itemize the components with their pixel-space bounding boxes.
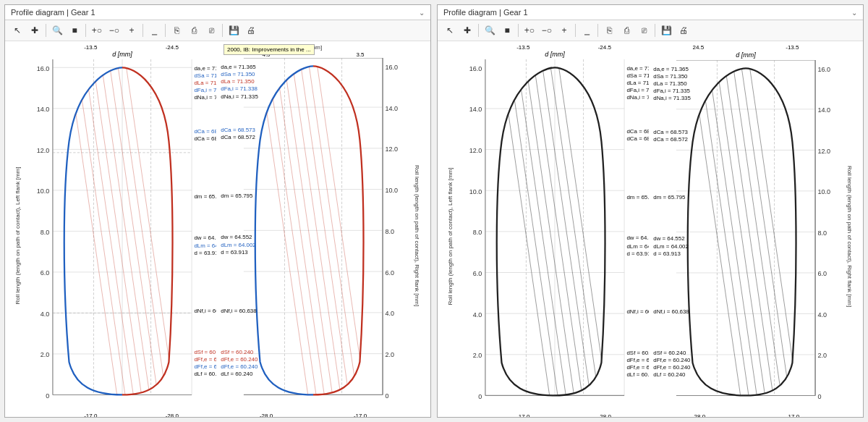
- left-panel-chevron[interactable]: ⌄: [419, 9, 425, 17]
- r-move-tool[interactable]: ✚: [459, 22, 475, 38]
- svg-text:0: 0: [478, 393, 482, 400]
- svg-text:0: 0: [46, 392, 49, 400]
- fa-tick-4: -17.0: [354, 413, 367, 417]
- rp-fa-tick-2: -28.0: [598, 413, 611, 417]
- right-toolbar: ↖ ✚ 🔍 ■ +○ −○ + ⎯ ⎘ ⎙ ⎚ 💾 🖨: [438, 20, 863, 41]
- r-zoom-out-tool[interactable]: −○: [539, 22, 555, 38]
- left-d-axis-top: -13.5 -24.5: [28, 44, 216, 51]
- r-copy1-tool[interactable]: ⎘: [601, 22, 617, 38]
- left-panel-title: Profile diagram | Gear 1: [11, 8, 95, 17]
- r-sep3: [575, 24, 576, 37]
- rp-left-y-axis-label: Roll length (length on path of contact),…: [448, 167, 454, 305]
- svg-text:dw = 64.552: dw = 64.552: [221, 234, 252, 240]
- svg-text:4.0: 4.0: [817, 311, 827, 318]
- svg-text:6.0: 6.0: [41, 269, 50, 277]
- svg-text:10.0: 10.0: [817, 188, 830, 195]
- r-print-tool[interactable]: 🖨: [676, 22, 692, 38]
- svg-text:dw = 64.552: dw = 64.552: [194, 235, 216, 241]
- rp-right-y-axis-label: Roll length (length on path of contact),…: [847, 165, 854, 306]
- copy3-tool[interactable]: ⎚: [203, 22, 219, 38]
- right-y-axis-label: Roll length (length on path of contact),…: [414, 165, 421, 306]
- fa-tick-1: -17.0: [84, 413, 97, 417]
- d-tick-4: 3.5: [356, 51, 364, 58]
- svg-text:dCa = 68.572: dCa = 68.572: [626, 135, 649, 142]
- zoom-out-tool[interactable]: −○: [106, 22, 122, 38]
- svg-text:14.0: 14.0: [469, 106, 482, 113]
- r-zoom-in-tool[interactable]: +○: [522, 22, 537, 38]
- cursor-tool[interactable]: ↖: [9, 22, 25, 38]
- r-sep5: [655, 24, 655, 37]
- r-adjust-tool[interactable]: ⎯: [579, 22, 595, 38]
- svg-text:dFa,i = 71.335: dFa,i = 71.335: [653, 88, 690, 94]
- right-chart-area: Roll length (length on path of contact),…: [438, 41, 863, 417]
- svg-text:dNf,i = 60.638: dNf,i = 60.638: [194, 308, 216, 314]
- svg-text:dw = 64.552: dw = 64.552: [653, 235, 684, 242]
- svg-text:dFf,e = 60.240: dFf,e = 60.240: [653, 357, 691, 363]
- svg-text:12.0: 12.0: [817, 148, 830, 155]
- r-measure-tool[interactable]: ■: [499, 22, 515, 38]
- svg-text:dFa,i = 71.338: dFa,i = 71.338: [221, 85, 258, 92]
- rp-left-fa-axis-bottom: -17.0 -28.0: [461, 413, 649, 417]
- r-copy2-tool[interactable]: ⎙: [618, 22, 634, 38]
- r-sep4: [597, 24, 598, 37]
- svg-text:dFa,i = 71.335: dFa,i = 71.335: [626, 87, 649, 93]
- fa-tick-3: -28.0: [260, 413, 273, 417]
- svg-text:dSa = 71.350: dSa = 71.350: [653, 73, 688, 80]
- left-y-axis-label: Roll length (length on path of contact),…: [15, 167, 22, 305]
- left-d-label: d [mm]: [28, 51, 216, 58]
- copy1-tool[interactable]: ⎘: [169, 22, 184, 38]
- zoom-in-tool[interactable]: +○: [89, 22, 105, 38]
- r-copy3-tool[interactable]: ⎚: [636, 22, 652, 38]
- svg-line-120: [510, 67, 559, 403]
- svg-text:dFf,e = 60.240: dFf,e = 60.240: [194, 363, 216, 370]
- r-cursor-tool[interactable]: ↖: [442, 22, 458, 38]
- adjust-tool[interactable]: ⎯: [146, 22, 162, 38]
- rp-right-d-axis-top: 24.5 -13.5: [652, 44, 840, 51]
- move-tool[interactable]: ✚: [27, 22, 43, 38]
- rp-left-d-axis-top: -13.5 -24.5: [461, 44, 649, 51]
- left-panel-header: Profile diagram | Gear 1 ⌄: [5, 5, 430, 20]
- r-zoom-fit-tool[interactable]: +: [556, 22, 572, 38]
- rp-right-fa-axis-bottom: -28.0 -17.0: [652, 413, 840, 417]
- svg-text:dCa = 68.572: dCa = 68.572: [221, 134, 255, 140]
- save-tool[interactable]: 💾: [226, 22, 242, 38]
- r-zoom-box-tool[interactable]: 🔍: [482, 22, 498, 38]
- svg-text:dw = 64.552: dw = 64.552: [626, 235, 649, 241]
- svg-text:14.0: 14.0: [37, 106, 50, 113]
- svg-text:dNa,i = 71.335: dNa,i = 71.335: [221, 93, 258, 100]
- print-tool[interactable]: 🖨: [243, 22, 259, 38]
- svg-line-170: [733, 68, 783, 403]
- svg-text:dFf,e = 60.240: dFf,e = 60.240: [626, 357, 649, 363]
- left-fa-axis-bottom: -17.0 -28.0: [28, 413, 216, 417]
- right-panel-chevron[interactable]: ⌄: [851, 9, 857, 17]
- tooltip-box: 2000, IB: Improvements in the ...: [224, 44, 315, 55]
- svg-text:6.0: 6.0: [385, 269, 394, 277]
- zoom-fit-tool[interactable]: +: [124, 22, 140, 38]
- svg-text:8.0: 8.0: [473, 229, 482, 236]
- svg-text:2.0: 2.0: [473, 352, 482, 359]
- zoom-box-tool[interactable]: 🔍: [49, 22, 65, 38]
- svg-text:da,e = 71.365: da,e = 71.365: [626, 65, 649, 72]
- copy2-tool[interactable]: ⎙: [186, 22, 202, 38]
- svg-text:dSf = 60.240: dSf = 60.240: [653, 350, 686, 356]
- sep4: [165, 24, 166, 37]
- left-panel: Profile diagram | Gear 1 ⌄ ↖ ✚ 🔍 ■ +○ −○…: [4, 4, 431, 418]
- svg-text:dLa = 71.350: dLa = 71.350: [221, 78, 255, 85]
- svg-text:dCa = 68.573: dCa = 68.573: [221, 127, 255, 133]
- svg-text:8.0: 8.0: [817, 229, 827, 237]
- svg-text:dNf,i = 60.638: dNf,i = 60.638: [626, 308, 649, 315]
- right-panel-title: Profile diagram | Gear 1: [443, 8, 528, 17]
- svg-text:dLm = 64.002: dLm = 64.002: [194, 242, 216, 249]
- svg-text:dLf = 60.240: dLf = 60.240: [653, 371, 686, 378]
- svg-line-169: [726, 68, 775, 403]
- measure-tool[interactable]: ■: [67, 22, 82, 38]
- svg-text:dFf,e = 60.240: dFf,e = 60.240: [194, 356, 216, 363]
- sep2: [85, 24, 86, 37]
- rp-d-tick-4: -13.5: [786, 44, 799, 51]
- svg-line-32: [118, 67, 167, 402]
- r-save-tool[interactable]: 💾: [658, 22, 674, 38]
- svg-text:d = 63.913: d = 63.913: [653, 250, 681, 257]
- svg-text:dSf = 60.240: dSf = 60.240: [221, 349, 254, 355]
- svg-line-125: [550, 67, 600, 403]
- sep1: [46, 24, 46, 37]
